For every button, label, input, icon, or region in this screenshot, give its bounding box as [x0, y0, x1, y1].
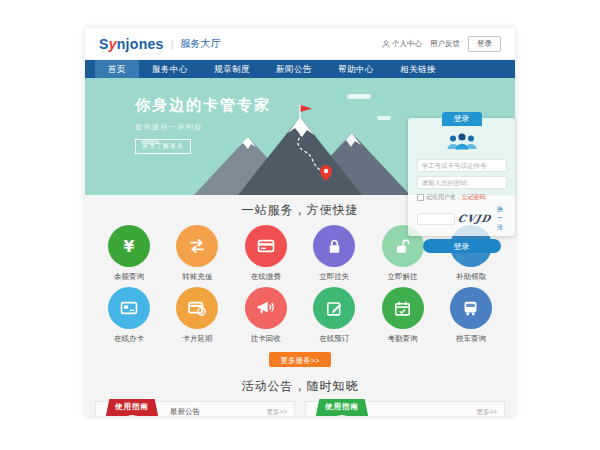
nav-item-news[interactable]: 新闻公告 [263, 60, 325, 78]
personal-center-label: 个人中心 [392, 39, 422, 49]
website-page: Synjones | 服务大厅 个人中心 用户反馈 登录 首页 服务中心 规章制… [85, 28, 515, 416]
service-label: 校车查询 [447, 334, 495, 344]
nav-item-links[interactable]: 相关链接 [387, 60, 449, 78]
more-link-right[interactable]: 更多>> [476, 402, 497, 416]
brand-logo[interactable]: Synjones | 服务大厅 [99, 36, 221, 52]
password-input[interactable] [417, 176, 507, 189]
service-label: 挂卡回收 [242, 334, 290, 344]
edit-icon [325, 299, 344, 318]
service-label: 余额查询 [105, 272, 153, 282]
hero-title: 你身边的卡管专家 [135, 96, 271, 115]
usage-guide-ribbon-green[interactable]: 使用指南 [315, 399, 369, 416]
service-label: 在线办卡 [105, 334, 153, 344]
service-tile-school-bus[interactable]: 校车查询 [447, 287, 495, 344]
users-group-icon [444, 131, 480, 151]
service-tile-booking[interactable]: 在线预订 [310, 287, 358, 344]
brand-accent-letter: y [109, 36, 117, 52]
service-tile-report-loss[interactable]: 立即挂失 [310, 225, 358, 282]
card-clock-icon [187, 298, 207, 318]
brand-logo-text: Synjones [99, 36, 164, 52]
nav-item-home[interactable]: 首页 [95, 60, 139, 78]
nav-item-rules[interactable]: 规章制度 [201, 60, 263, 78]
service-label: 在线预订 [310, 334, 358, 344]
transfer-arrows-icon [187, 236, 207, 256]
svg-text:¥: ¥ [124, 238, 135, 256]
captcha-refresh-link[interactable]: 换一张 [494, 205, 506, 232]
bank-card-icon [256, 236, 276, 256]
header-login-button[interactable]: 登录 [468, 36, 501, 52]
service-label: 卡片延期 [173, 334, 221, 344]
username-input[interactable] [417, 159, 507, 172]
more-services-button[interactable]: 更多服务>> [269, 352, 331, 367]
personal-center-link[interactable]: 个人中心 [382, 39, 422, 49]
logo-divider: | [171, 38, 174, 50]
usage-guide-ribbon-red[interactable]: 使用指南 [105, 399, 159, 416]
remember-label: 记住用户名 [426, 193, 456, 202]
cloud-decoration [347, 94, 371, 99]
service-label: 在线缴费 [242, 272, 290, 282]
latest-announcements-tab[interactable]: 最新公告 [170, 402, 200, 416]
hero-banner: 你身边的卡管专家 提供捷径一步到位 点击了解更多 登录 [85, 78, 515, 195]
portal-name: 服务大厅 [181, 37, 221, 51]
main-nav: 首页 服务中心 规章制度 新闻公告 帮助中心 相关链接 [85, 60, 515, 78]
login-tab[interactable]: 登录 [442, 112, 482, 126]
new-card-icon [119, 298, 139, 318]
captcha-input[interactable] [417, 213, 455, 225]
nav-item-service-center[interactable]: 服务中心 [139, 60, 201, 78]
hero-cta-button[interactable]: 点击了解更多 [135, 139, 191, 154]
login-panel: 登录 记住用户名 | 忘记密码 CVJD 换一张 登 [408, 118, 515, 236]
service-label: 立即挂失 [310, 272, 358, 282]
user-feedback-label: 用户反馈 [430, 39, 460, 49]
unlock-icon [393, 237, 412, 256]
forgot-password-link[interactable]: 忘记密码 [462, 193, 486, 202]
hero-subtitle: 提供捷径一步到位 [135, 122, 271, 132]
more-link-left[interactable]: 更多>> [266, 402, 287, 416]
service-tile-attendance[interactable]: 考勤查询 [379, 287, 427, 344]
hero-copy: 你身边的卡管专家 提供捷径一步到位 点击了解更多 [135, 96, 271, 154]
captcha-image[interactable]: CVJD [457, 213, 492, 224]
person-icon [382, 40, 390, 48]
megaphone-icon [256, 298, 276, 318]
service-label: 立即解挂 [379, 272, 427, 282]
service-label: 补助领取 [447, 272, 495, 282]
announcement-panels: 使用指南 最新公告 更多>> 使用指南 更多>> [85, 401, 515, 416]
service-tile-payment[interactable]: 在线缴费 [242, 225, 290, 282]
announcements-section-title: 活动公告，随时知晓 [85, 371, 515, 395]
site-header: Synjones | 服务大厅 个人中心 用户反馈 登录 [85, 28, 515, 60]
service-tile-card-recovery[interactable]: 挂卡回收 [242, 287, 290, 344]
captcha-row: CVJD 换一张 [417, 205, 506, 232]
announcement-panel-right: 使用指南 更多>> [305, 401, 505, 416]
options-separator: | [458, 195, 460, 201]
service-label: 考勤查询 [379, 334, 427, 344]
remember-checkbox[interactable] [417, 194, 424, 201]
nav-item-help[interactable]: 帮助中心 [325, 60, 387, 78]
user-feedback-link[interactable]: 用户反馈 [430, 39, 460, 49]
header-utility-links: 个人中心 用户反馈 登录 [382, 36, 501, 52]
service-tile-card-extension[interactable]: 卡片延期 [173, 287, 221, 344]
service-tile-balance[interactable]: ¥ 余额查询 [105, 225, 153, 282]
service-tile-transfer[interactable]: 转账充值 [173, 225, 221, 282]
yen-icon: ¥ [118, 235, 140, 257]
login-options: 记住用户名 | 忘记密码 [417, 193, 506, 202]
lock-icon [325, 237, 344, 256]
service-label: 转账充值 [173, 272, 221, 282]
login-submit-button[interactable]: 登录 [423, 239, 501, 253]
calendar-icon [393, 299, 412, 318]
bus-icon [461, 299, 480, 318]
services-row-2: 在线办卡 卡片延期 [85, 287, 515, 344]
announcement-panel-left: 使用指南 最新公告 更多>> [95, 401, 295, 416]
service-tile-new-card[interactable]: 在线办卡 [105, 287, 153, 344]
